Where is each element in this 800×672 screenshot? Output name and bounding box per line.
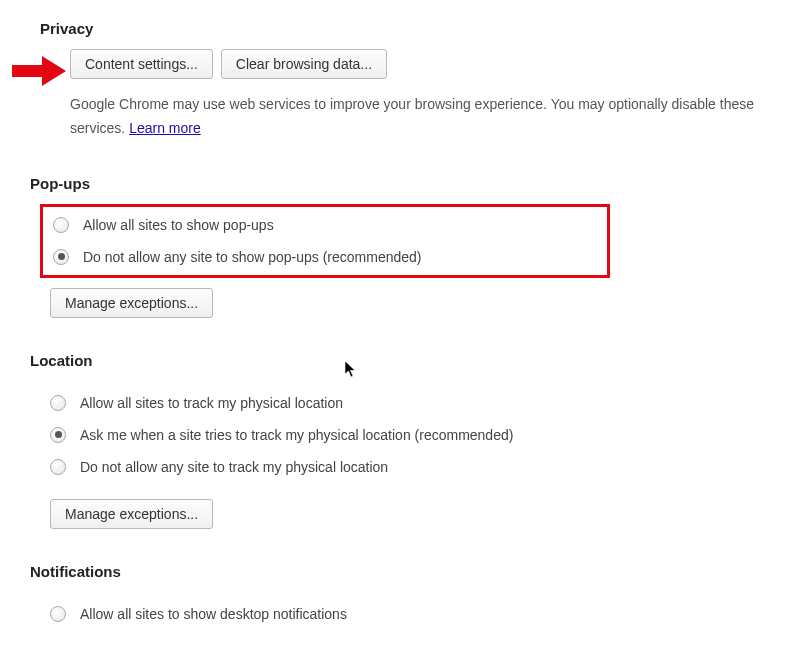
privacy-description: Google Chrome may use web services to im…	[70, 93, 780, 141]
location-manage-exceptions-button[interactable]: Manage exceptions...	[50, 499, 213, 529]
location-section: Location Allow all sites to track my phy…	[30, 352, 780, 529]
location-option-block[interactable]: Do not allow any site to track my physic…	[40, 451, 780, 483]
privacy-section: Privacy Content settings... Clear browsi…	[40, 20, 780, 141]
content-settings-button[interactable]: Content settings...	[70, 49, 213, 79]
learn-more-link[interactable]: Learn more	[129, 120, 201, 136]
popups-option-allow[interactable]: Allow all sites to show pop-ups	[43, 209, 607, 241]
location-option-allow[interactable]: Allow all sites to track my physical loc…	[40, 387, 780, 419]
cursor-icon	[344, 360, 358, 382]
location-option-ask[interactable]: Ask me when a site tries to track my phy…	[40, 419, 780, 451]
radio-label: Ask me when a site tries to track my phy…	[80, 427, 513, 443]
radio-label: Allow all sites to track my physical loc…	[80, 395, 343, 411]
radio-icon	[50, 395, 66, 411]
radio-label: Allow all sites to show desktop notifica…	[80, 606, 347, 622]
radio-label: Allow all sites to show pop-ups	[83, 217, 274, 233]
notifications-heading: Notifications	[30, 563, 780, 580]
radio-icon	[50, 606, 66, 622]
popups-manage-exceptions-button[interactable]: Manage exceptions...	[50, 288, 213, 318]
radio-icon	[53, 249, 69, 265]
popups-highlight-box: Allow all sites to show pop-ups Do not a…	[40, 204, 610, 278]
popups-heading: Pop-ups	[30, 175, 780, 192]
popups-section: Pop-ups Allow all sites to show pop-ups …	[30, 175, 780, 318]
radio-label: Do not allow any site to track my physic…	[80, 459, 388, 475]
radio-icon	[50, 427, 66, 443]
location-heading: Location	[30, 352, 780, 369]
privacy-heading: Privacy	[40, 20, 780, 37]
radio-icon	[50, 459, 66, 475]
radio-icon	[53, 217, 69, 233]
popups-option-block[interactable]: Do not allow any site to show pop-ups (r…	[43, 241, 607, 273]
svg-marker-0	[12, 56, 66, 86]
radio-label: Do not allow any site to show pop-ups (r…	[83, 249, 422, 265]
notifications-section: Notifications Allow all sites to show de…	[30, 563, 780, 636]
notifications-option-allow[interactable]: Allow all sites to show desktop notifica…	[40, 598, 780, 630]
clear-browsing-data-button[interactable]: Clear browsing data...	[221, 49, 387, 79]
